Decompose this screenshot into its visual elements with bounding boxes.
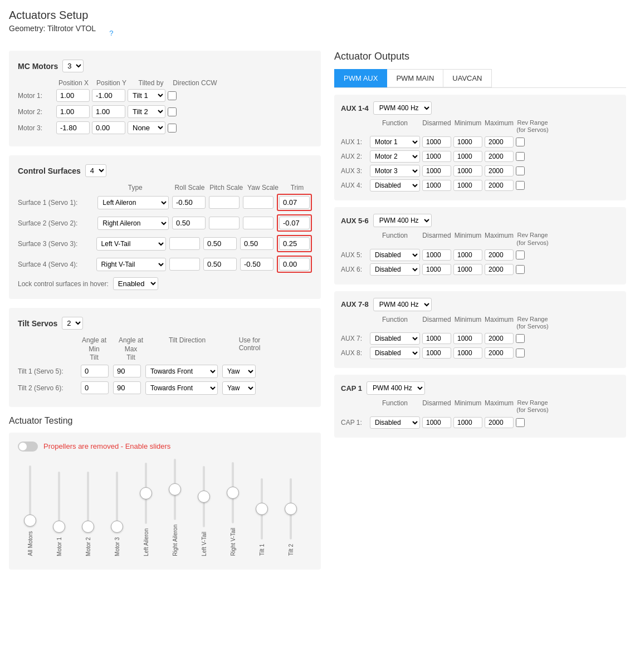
slider-left-vtail-track[interactable] [203, 466, 205, 527]
surface-2-trim[interactable] [279, 217, 310, 229]
slider-motor-1-track[interactable] [58, 472, 60, 533]
motor-2-pos-y[interactable] [92, 105, 125, 118]
aux-1-maximum[interactable] [485, 136, 514, 148]
aux-8-rev-checkbox[interactable] [516, 349, 525, 357]
cap-1-maximum[interactable] [485, 417, 514, 428]
slider-motor-1-thumb[interactable] [53, 521, 65, 533]
cap-1-rev-checkbox[interactable] [516, 418, 525, 427]
tilt-2-direction-select[interactable]: Towards FrontTowards BackTowards LeftTow… [145, 381, 218, 395]
surface-3-yaw-scale[interactable] [240, 237, 273, 250]
aux-7-disarmed[interactable] [422, 333, 451, 344]
aux-1-minimum[interactable] [453, 136, 482, 148]
lock-select[interactable]: EnabledDisabled [113, 277, 158, 290]
surface-2-yaw-scale[interactable] [243, 217, 273, 229]
aux-5-maximum[interactable] [485, 249, 514, 261]
slider-tilt-1-thumb[interactable] [256, 503, 268, 515]
surface-3-pitch-scale[interactable] [203, 237, 237, 250]
aux-6-func-select[interactable]: DisabledMotor 1 [370, 263, 420, 276]
tilt-1-direction-select[interactable]: Towards FrontTowards BackTowards LeftTow… [145, 365, 218, 378]
motor-2-tilt-select[interactable]: Tilt 2Tilt 1None [128, 105, 165, 118]
aux-5-minimum[interactable] [453, 249, 482, 261]
aux-1-4-freq-select[interactable]: PWM 400 HzPWM 50 Hz [373, 101, 432, 115]
motor-1-pos-x[interactable] [56, 89, 90, 102]
tab-uavcan[interactable]: UAVCAN [443, 69, 491, 87]
slider-motor-3-track[interactable] [116, 472, 118, 533]
slider-right-aileron-thumb[interactable] [169, 483, 181, 496]
surface-4-pitch-scale[interactable] [203, 258, 237, 271]
motor-3-pos-y[interactable] [92, 121, 125, 134]
aux-2-disarmed[interactable] [422, 151, 451, 162]
tilt-2-control-select[interactable]: YawNonePitch [222, 381, 256, 395]
surface-4-yaw-scale[interactable] [240, 258, 273, 271]
motor-2-pos-x[interactable] [56, 105, 90, 118]
slider-motor-3-thumb[interactable] [111, 521, 123, 533]
tab-pwm-aux[interactable]: PWM AUX [334, 69, 387, 87]
surface-3-roll-scale[interactable] [169, 237, 200, 250]
slider-tilt-2-thumb[interactable] [285, 503, 297, 515]
slider-all-motors-thumb[interactable] [24, 514, 36, 527]
aux-7-maximum[interactable] [485, 333, 514, 344]
aux-3-minimum[interactable] [453, 165, 482, 176]
tab-pwm-main[interactable]: PWM MAIN [387, 69, 443, 87]
slider-right-aileron-track[interactable] [174, 459, 176, 520]
surface-4-type-select[interactable]: Right V-TailLeft AileronRight AileronLef… [96, 258, 166, 271]
aux-3-func-select[interactable]: Motor 3Motor 1Motor 2Disabled [370, 165, 420, 177]
aux-7-8-freq-select[interactable]: PWM 400 HzPWM 50 Hz [373, 298, 432, 311]
aux-6-minimum[interactable] [453, 264, 482, 275]
motor-1-tilt-select[interactable]: Tilt 1Tilt 2None [128, 89, 165, 102]
slider-all-motors-track[interactable] [29, 465, 31, 527]
aux-3-rev-checkbox[interactable] [516, 166, 525, 175]
aux-7-rev-checkbox[interactable] [516, 334, 525, 343]
aux-8-minimum[interactable] [453, 347, 482, 359]
aux-8-disarmed[interactable] [422, 347, 451, 359]
aux-4-minimum[interactable] [453, 180, 482, 191]
aux-2-rev-checkbox[interactable] [516, 152, 525, 161]
control-surfaces-count-select[interactable]: 4123 [85, 164, 106, 177]
aux-2-maximum[interactable] [485, 151, 514, 162]
slider-right-vtail-track[interactable] [232, 462, 234, 523]
aux-6-disarmed[interactable] [422, 264, 451, 275]
motor-3-ccw-checkbox[interactable] [168, 124, 177, 133]
aux-1-func-select[interactable]: Motor 1Motor 2Motor 3Disabled [370, 136, 420, 148]
motor-3-pos-x[interactable] [56, 121, 90, 134]
tilt-2-min-angle[interactable] [81, 381, 109, 394]
surface-1-yaw-scale[interactable] [243, 196, 273, 209]
aux-1-rev-checkbox[interactable] [516, 138, 525, 146]
surface-3-trim[interactable] [279, 237, 310, 250]
aux-8-func-select[interactable]: DisabledMotor 1 [370, 347, 420, 359]
slider-left-vtail-thumb[interactable] [198, 490, 210, 503]
surface-4-roll-scale[interactable] [169, 258, 200, 271]
cap-1-func-select[interactable]: DisabledMotor 1 [370, 416, 420, 429]
aux-3-disarmed[interactable] [422, 165, 451, 176]
tilt-1-control-select[interactable]: YawNonePitch [222, 365, 256, 378]
aux-1-disarmed[interactable] [422, 136, 451, 148]
tilt-1-max-angle[interactable] [113, 365, 141, 377]
slider-motor-2-thumb[interactable] [82, 521, 94, 533]
surface-1-pitch-scale[interactable] [209, 196, 240, 209]
aux-6-rev-checkbox[interactable] [516, 265, 525, 274]
aux-7-func-select[interactable]: DisabledMotor 1 [370, 332, 420, 345]
surface-2-type-select[interactable]: Right AileronLeft AileronLeft V-TailRigh… [97, 217, 169, 230]
aux-2-func-select[interactable]: Motor 2Motor 1Motor 3Disabled [370, 150, 420, 163]
tilt-2-max-angle[interactable] [113, 381, 141, 394]
motor-1-ccw-checkbox[interactable] [168, 91, 177, 100]
aux-7-minimum[interactable] [453, 333, 482, 344]
slider-motor-2-track[interactable] [87, 472, 89, 533]
aux-4-rev-checkbox[interactable] [516, 181, 525, 190]
aux-4-func-select[interactable]: DisabledMotor 1Motor 2Motor 3 [370, 179, 420, 192]
slider-tilt-1-track[interactable] [261, 478, 263, 539]
aux-6-maximum[interactable] [485, 264, 514, 275]
surface-2-pitch-scale[interactable] [209, 217, 240, 229]
motor-3-tilt-select[interactable]: NoneTilt 1Tilt 2 [128, 121, 165, 134]
slider-left-aileron-thumb[interactable] [140, 487, 152, 499]
cap-1-minimum[interactable] [453, 417, 482, 428]
motor-1-pos-y[interactable] [92, 89, 125, 102]
aux-5-func-select[interactable]: DisabledMotor 1 [370, 249, 420, 261]
aux-8-maximum[interactable] [485, 347, 514, 359]
surface-1-type-select[interactable]: Left AileronRight AileronLeft V-TailRigh… [97, 196, 169, 209]
cap-1-disarmed[interactable] [422, 417, 451, 428]
aux-3-maximum[interactable] [485, 165, 514, 176]
tilt-1-min-angle[interactable] [81, 365, 109, 377]
slider-tilt-2-track[interactable] [290, 478, 292, 539]
aux-5-6-freq-select[interactable]: PWM 400 HzPWM 50 Hz [373, 214, 432, 227]
